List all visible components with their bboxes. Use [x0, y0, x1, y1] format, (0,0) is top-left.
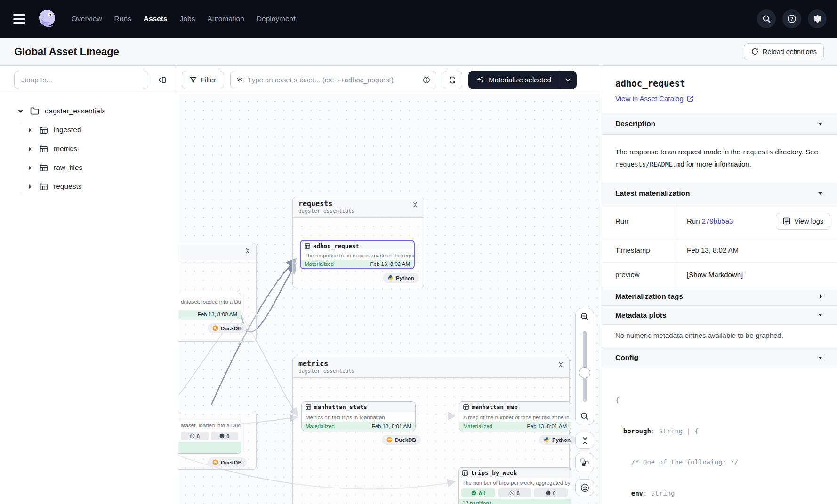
zoom-out-button[interactable]: [580, 412, 589, 421]
view-in-asset-catalog-link[interactable]: View in Asset Catalog: [615, 95, 694, 103]
python-icon: [544, 437, 550, 443]
nav-item-automation[interactable]: Automation: [207, 15, 244, 23]
description-body: The response to an request made in the r…: [601, 135, 837, 183]
slash-circle-icon: [190, 433, 195, 439]
run-id-link[interactable]: 279bb5a3: [702, 217, 733, 225]
caret-right-icon[interactable]: [26, 184, 33, 189]
asset-group-icon: [40, 145, 48, 153]
zoom-in-button[interactable]: [580, 312, 589, 321]
tree-item-ingested[interactable]: ingested: [0, 120, 178, 139]
check-circle-icon: [471, 490, 476, 496]
jump-to-input[interactable]: [21, 76, 141, 84]
caret-right-icon: [820, 294, 823, 299]
partitions-count-row: 12 partitions: [459, 499, 571, 504]
download-graph-button[interactable]: [575, 479, 594, 496]
tree-item-requests[interactable]: requests: [0, 177, 178, 196]
gear-icon: [813, 14, 822, 24]
section-header-description[interactable]: Description: [601, 113, 837, 135]
config-line: /* One of the following: */: [615, 457, 823, 467]
filter-button[interactable]: Filter: [182, 71, 224, 89]
materialize-selected-button[interactable]: Materialize selected: [468, 71, 559, 89]
reload-icon: [751, 48, 759, 56]
page-title: Global Asset Lineage: [14, 46, 119, 58]
caret-down-icon[interactable]: [17, 110, 24, 113]
nav-item-overview[interactable]: Overview: [72, 15, 102, 23]
reload-definitions-button[interactable]: Reload definitions: [744, 43, 824, 60]
lineage-toolbar: Filter Materialize selected: [0, 66, 601, 94]
asset-node-adhoc-request[interactable]: adhoc_request The response to an request…: [300, 240, 415, 269]
hamburger-menu-icon[interactable]: [13, 14, 25, 24]
config-line: {: [615, 395, 823, 405]
refresh-graph-button[interactable]: [443, 71, 462, 89]
python-kind-badge: Python: [539, 435, 575, 445]
collapse-group-icon[interactable]: [412, 202, 418, 208]
asset-tree-sidebar: dagster_essentials ingested metrics raw_…: [0, 94, 178, 504]
help-button[interactable]: ?: [782, 9, 801, 28]
zoom-slider-handle[interactable]: [579, 367, 590, 378]
show-markdown-link[interactable]: [Show Markdown]: [687, 271, 743, 279]
download-circle-icon: [580, 483, 589, 492]
asset-node-cut-a[interactable]: dataset, loaded into a DuckD… Feb 13, 8:…: [178, 293, 241, 319]
asset-node-manhattan-map[interactable]: manhattan_map A map of the number of tri…: [459, 401, 571, 431]
asset-node-cut-b[interactable]: ataset, loaded into a DuckDB … 0 0: [178, 420, 241, 454]
nav-right-actions: ?: [757, 9, 827, 28]
zoom-slider-track[interactable]: [583, 331, 587, 402]
filter-funnel-icon: [190, 76, 197, 83]
lineage-graph-pane[interactable]: dataset, loaded into a DuckD… Feb 13, 8:…: [178, 94, 601, 504]
duckdb-icon: [386, 437, 393, 443]
timestamp-value: Feb 13, 8:02 AM: [676, 238, 837, 262]
failed-partitions-badge: 0: [498, 488, 531, 497]
collapse-all-groups-button[interactable]: [575, 432, 594, 449]
missing-partitions-badge: 0: [534, 488, 568, 497]
caret-right-icon[interactable]: [26, 165, 33, 170]
nav-item-runs[interactable]: Runs: [114, 15, 131, 23]
materialized-label: Materialized: [305, 261, 334, 267]
table-row-preview: preview [Show Markdown]: [601, 263, 837, 287]
asset-node-timestamp: Feb 13, 8:02 AM: [370, 261, 410, 267]
failed-partitions-badge: 0: [181, 432, 209, 440]
kind-badge-label: DuckDB: [221, 460, 242, 465]
caret-right-icon[interactable]: [26, 146, 33, 152]
asset-node-trips-by-week[interactable]: trips_by_week The number of trips per we…: [458, 467, 571, 504]
collapse-group-icon[interactable]: [245, 248, 250, 254]
asset-node-description: Metrics on taxi trips in Manhattan: [302, 412, 415, 422]
search-button[interactable]: [757, 9, 776, 28]
view-logs-button[interactable]: View logs: [776, 213, 830, 230]
caret-right-icon[interactable]: [26, 128, 33, 133]
graph-layout-button[interactable]: [575, 453, 594, 472]
kind-badge-label: DuckDB: [221, 326, 242, 331]
sparkles-icon: [476, 76, 484, 84]
section-header-config[interactable]: Config: [601, 347, 837, 368]
asset-node-manhattan-stats[interactable]: manhattan_stats Metrics on taxi trips in…: [301, 401, 416, 431]
kind-badge-label: Python: [552, 437, 571, 443]
section-header-latest-materialization[interactable]: Latest materialization: [601, 183, 837, 204]
materialized-label: Materialized: [306, 424, 335, 429]
collapse-group-icon[interactable]: [558, 362, 563, 368]
section-header-materialization-tags[interactable]: Materialization tags: [601, 287, 837, 306]
table-icon: [463, 404, 469, 410]
tree-guide-line: [21, 123, 21, 195]
tree-item-dagster-essentials[interactable]: dagster_essentials: [0, 102, 178, 120]
tree-item-raw-files[interactable]: raw_files: [0, 158, 178, 177]
asset-subset-input[interactable]: [248, 76, 418, 84]
zoom-in-icon: [580, 312, 589, 321]
timestamp-label: Timestamp: [601, 238, 676, 262]
asset-node-description: dataset, loaded into a DuckD…: [178, 293, 241, 310]
preview-label: preview: [601, 263, 676, 287]
dagster-logo-icon[interactable]: [36, 8, 58, 30]
collapse-sidebar-button[interactable]: [153, 71, 171, 89]
info-icon[interactable]: [423, 76, 430, 84]
table-row-timestamp: Timestamp Feb 13, 8:02 AM: [601, 238, 837, 263]
section-heading-label: Materialization tags: [615, 292, 683, 301]
asset-node-timestamp: Feb 13, 8:01 AM: [527, 424, 567, 429]
section-header-metadata-plots[interactable]: Metadata plots: [601, 306, 837, 325]
nav-item-jobs[interactable]: Jobs: [180, 15, 195, 23]
nav-item-assets[interactable]: Assets: [144, 15, 168, 23]
tree-item-metrics[interactable]: metrics: [0, 139, 178, 158]
section-heading-label: Description: [615, 120, 655, 128]
group-name: metrics: [298, 360, 354, 368]
nav-item-deployment[interactable]: Deployment: [257, 15, 296, 23]
settings-button[interactable]: [808, 9, 827, 28]
run-value-prefix: Run: [687, 217, 702, 225]
materialize-dropdown-button[interactable]: [559, 71, 577, 89]
